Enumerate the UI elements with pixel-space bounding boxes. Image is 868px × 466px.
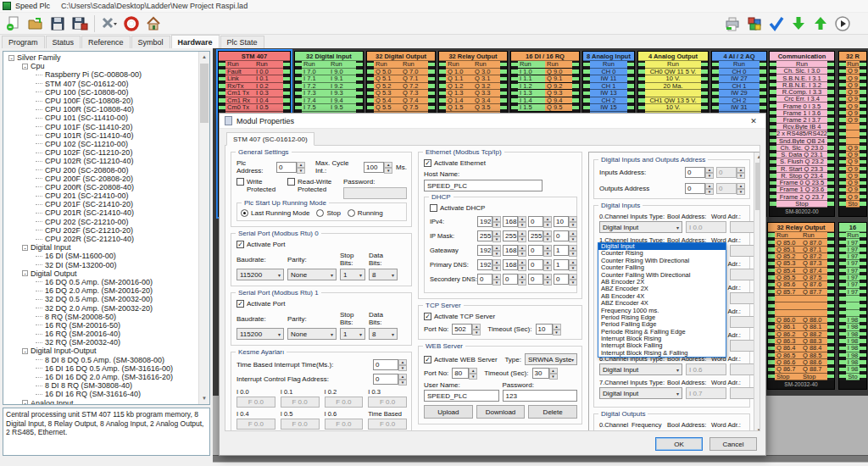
scroll-down-icon[interactable]: ▼ <box>199 393 209 404</box>
tree-item-16-rq-sm-20016-50[interactable]: 16 RQ (SM-20016-50) <box>3 321 198 330</box>
print-button[interactable] <box>722 14 743 33</box>
interrupt-flag-spinner[interactable]: 0▲▼ <box>373 374 407 385</box>
tree-item-silver-family[interactable]: -Silver Family <box>3 53 198 62</box>
dropdown-item-counter-falling[interactable]: Counter Falling <box>598 264 726 271</box>
ip-octet-spinner[interactable]: 10▲▼ <box>554 216 577 227</box>
tools-button[interactable] <box>99 14 120 33</box>
tab-symbol[interactable]: Symbol <box>131 36 170 48</box>
tree-item-16-dq-0-5-amp-sm-20016-00[interactable]: 16 DQ 0.5 Amp. (SM-20016-00) <box>3 278 198 286</box>
tree-item-cpu-100f-sc-10808-20[interactable]: CPU 100F (SC-10808-20) <box>3 97 198 105</box>
web-user-field[interactable]: SPEED_PLC <box>424 390 499 402</box>
ip-octet-spinner[interactable]: 0▲▼ <box>528 216 552 227</box>
channels-scroll-thumb[interactable] <box>755 163 760 210</box>
inputs-address-spinner2[interactable]: 0▲▼ <box>716 167 745 178</box>
tree-item-16-di-sm-11600-00[interactable]: 16 DI (SM-11600-00) <box>3 252 198 260</box>
serial-combo-parity[interactable]: None▾ <box>287 269 337 280</box>
ip-octet-spinner[interactable]: 1▲▼ <box>554 245 577 256</box>
tab-hardware[interactable]: Hardware <box>171 35 220 48</box>
channel-type-combo-6[interactable]: Digital Input▾ <box>599 363 682 375</box>
dropdown-item-period-rising-edge[interactable]: Period Rising Edge <box>598 314 726 321</box>
verify-check-button[interactable] <box>766 14 787 33</box>
startup-radio-running[interactable]: Running <box>348 209 383 217</box>
collapse-icon[interactable]: - <box>22 270 28 276</box>
channel-bool-field[interactable]: I 0.7 <box>686 387 726 399</box>
dropdown-item-digital-input[interactable]: Digital Input <box>598 243 726 250</box>
dropdown-item-ab-encoder-4x[interactable]: AB Encoder 4X <box>598 293 726 300</box>
tree-item-cpu-202f-sc-21210-20[interactable]: CPU 202F (SC-21210-20) <box>3 226 198 235</box>
upload-button[interactable] <box>810 14 831 33</box>
tree-item-digital-input-output[interactable]: -Digital Input-Output <box>3 347 198 355</box>
dropdown-item-frequency-1000-ms[interactable]: Frequency 1000 ms. <box>598 308 726 314</box>
time-based-interrupt-spinner[interactable]: 0▲▼ <box>373 359 407 370</box>
serial-combo-stop-bits[interactable]: 1▾ <box>340 328 365 340</box>
dropdown-item-ab-encoder-2x[interactable]: AB Encoder 2X <box>598 279 726 286</box>
channels-scroll-up-icon[interactable]: ▲ <box>754 153 760 162</box>
web-port-spinner[interactable]: 80▲▼ <box>452 368 477 379</box>
web-pass-field[interactable]: 123 <box>503 390 578 402</box>
tree-item-cpu-100-sc-10808-00[interactable]: CPU 100 (SC-10808-00) <box>3 88 198 97</box>
tree-item-cpu-201r-sc-21410-40[interactable]: CPU 201R (SC-21410-40) <box>3 208 198 217</box>
web-type-combo[interactable]: SRWNA Syster▾ <box>525 353 577 365</box>
dropdown-item-counter-rising[interactable]: Counter Rising <box>598 250 726 257</box>
serial-combo-baudrate[interactable]: 115200▾ <box>236 269 284 280</box>
tab-reference[interactable]: Reference <box>81 36 131 48</box>
download-button[interactable]: Download <box>476 405 526 419</box>
ip-octet-spinner[interactable]: 255▲▼ <box>503 230 526 241</box>
ip-octet-spinner[interactable]: 0▲▼ <box>503 274 526 285</box>
channels-scrollbar[interactable]: ▲ ▼ <box>754 153 760 431</box>
tree-item-16-rq-sm-20016-40[interactable]: 16 RQ (SM-20016-40) <box>3 330 198 338</box>
tree-item-cpu[interactable]: -Cpu <box>3 62 198 70</box>
ip-octet-spinner[interactable]: 192▲▼ <box>477 259 501 270</box>
tree-item-cpu-102-sc-11210-00[interactable]: CPU 102 (SC-11210-00) <box>3 140 198 148</box>
dropdown-item-interrupt-block-falling[interactable]: Interrupt Block Falling <box>598 342 726 349</box>
write-protected-checkbox[interactable]: Write Protected <box>236 178 284 193</box>
new-file-button[interactable] <box>3 14 24 33</box>
ip-octet-spinner[interactable]: 0▲▼ <box>554 230 577 241</box>
ip-octet-spinner[interactable]: 192▲▼ <box>477 216 501 227</box>
module-communication[interactable]: CommunicationRunCh. Slc. I 3.0S.B.N.E. I… <box>769 51 835 217</box>
activate-dhcp-checkbox[interactable]: Activate DHCP <box>430 204 572 212</box>
ip-octet-spinner[interactable]: 168▲▼ <box>503 259 526 270</box>
collapse-icon[interactable]: - <box>8 55 14 61</box>
ip-octet-spinner[interactable]: 255▲▼ <box>528 230 552 241</box>
tree-item-cpu-202r-sc-21210-40[interactable]: CPU 202R (SC-21210-40) <box>3 235 198 243</box>
interrupt-cell-field[interactable]: F 0.0 <box>368 419 407 430</box>
activate-tcp-checkbox[interactable]: ✓Activate TCP Server <box>424 313 577 320</box>
tab-plc-state[interactable]: Plc State <box>220 36 264 48</box>
outputs-address-spinner[interactable]: 0▲▼ <box>685 183 714 194</box>
ip-octet-spinner[interactable]: 0▲▼ <box>477 274 501 285</box>
activate-web-checkbox[interactable]: ✓Activate WEB Server <box>424 356 501 363</box>
ip-octet-spinner[interactable]: 0▲▼ <box>528 259 552 270</box>
tcp-timeout-spinner[interactable]: 10▲▼ <box>536 324 561 335</box>
interrupt-cell-field[interactable]: F 0.0 <box>236 397 275 408</box>
tab-status[interactable]: Status <box>46 36 81 48</box>
tree-item-16-di-16-dq-2-0-amp-sm-31616-20[interactable]: 16 DI 16 DQ 2.0 Amp. (SM-31616-20) <box>3 373 198 381</box>
dialog-close-icon[interactable]: ✕ <box>747 117 760 125</box>
tree-item-16-dq-2-0-amp-sm-20016-20[interactable]: 16 DQ 2.0 Amp. (SM-20016-20) <box>3 286 198 295</box>
open-folder-button[interactable] <box>25 14 46 33</box>
ok-button[interactable]: OK <box>655 437 703 451</box>
help-button[interactable] <box>121 14 142 33</box>
serial-combo-baudrate[interactable]: 115200▾ <box>236 328 284 340</box>
save-button[interactable] <box>47 14 68 33</box>
tree-item-cpu-101r-sc-11410-40[interactable]: CPU 101R (SC-11410-40) <box>3 131 198 140</box>
ip-octet-spinner[interactable]: 1▲▼ <box>554 259 577 270</box>
tree-item-cpu-200-sc-20808-00[interactable]: CPU 200 (SC-20808-00) <box>3 165 198 174</box>
inputs-type-dropdown-list[interactable]: Digital InputCounter RisingCounter Risin… <box>598 242 726 358</box>
tree-item-cpu-102f-sc-11210-20[interactable]: CPU 102F (SC-11210-20) <box>3 148 198 157</box>
home-button[interactable] <box>143 14 164 33</box>
web-timeout-spinner[interactable]: 30▲▼ <box>532 368 558 379</box>
tree-item-cpu-200r-sc-20808-40[interactable]: CPU 200R (SC-20808-40) <box>3 183 198 191</box>
ip-octet-spinner[interactable]: 192▲▼ <box>477 245 501 256</box>
interrupt-cell-field[interactable]: F 0.0 <box>325 419 364 430</box>
activate-ethernet-checkbox[interactable]: ✓Activate Ethernet <box>424 159 577 167</box>
tree-item-16-di-16-dq-0-5-amp-sm-31616-00[interactable]: 16 DI 16 DQ 0.5 Amp. (SM-31616-00) <box>3 364 198 373</box>
interrupt-cell-field[interactable]: F 0.0 <box>281 397 320 408</box>
channel-bool-field[interactable]: I 0.6 <box>686 363 726 375</box>
collapse-icon[interactable]: - <box>22 245 28 251</box>
tree-item-cpu-101-sc-11410-00[interactable]: CPU 101 (SC-11410-00) <box>3 114 198 122</box>
dropdown-item-interrupt-block-rising[interactable]: Interrupt Block Rising <box>598 336 726 342</box>
dropdown-item-counter-falling-with-directional[interactable]: Counter Falling With Directional <box>598 272 726 279</box>
serial-combo-stop-bits[interactable]: 1▾ <box>340 269 365 280</box>
ip-octet-spinner[interactable]: 168▲▼ <box>503 245 526 256</box>
